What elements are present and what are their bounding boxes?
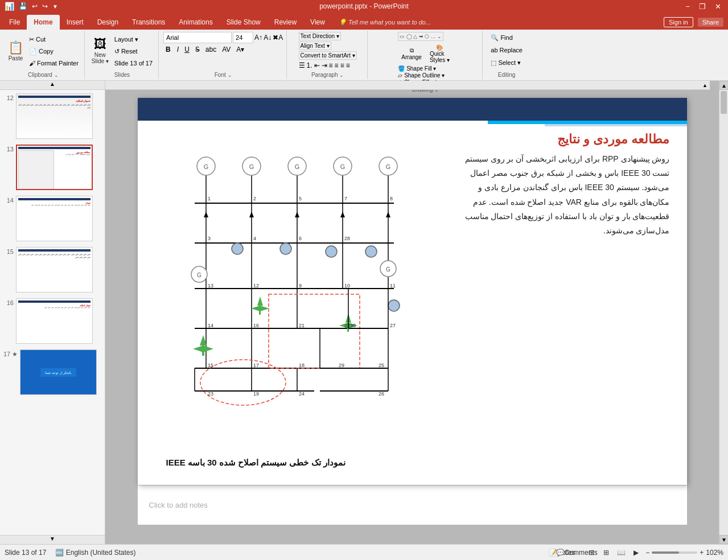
clear-format-button[interactable]: ✖A bbox=[273, 34, 283, 42]
new-slide-button[interactable]: 🖼 NewSlide ▾ bbox=[89, 37, 111, 65]
svg-marker-101 bbox=[295, 212, 299, 217]
scroll-thumb[interactable] bbox=[721, 91, 727, 114]
quick-access-menu[interactable]: ▼ bbox=[52, 3, 58, 10]
zoom-out-btn[interactable]: − bbox=[645, 549, 649, 557]
slide-img-15: متن متن متن متن متن متن متن متن متن متن … bbox=[16, 247, 93, 293]
align-right-button[interactable]: ≡ bbox=[340, 61, 344, 69]
font-color-button[interactable]: A▾ bbox=[235, 45, 246, 54]
convert-smartart-button[interactable]: Convert to SmartArt ▾ bbox=[299, 51, 357, 60]
indent-less-button[interactable]: ⇤ bbox=[314, 61, 320, 69]
tab-insert[interactable]: Insert bbox=[60, 15, 91, 30]
align-text-button[interactable]: Align Text ▾ bbox=[299, 42, 331, 50]
share-button[interactable]: Share bbox=[698, 18, 723, 27]
zoom-in-btn[interactable]: + bbox=[700, 549, 704, 557]
find-button[interactable]: 🔍 Find bbox=[488, 32, 515, 43]
font-name-selector[interactable]: Arial bbox=[163, 32, 232, 43]
bold-button[interactable]: B bbox=[163, 44, 173, 55]
notes-area[interactable]: Click to add notes bbox=[138, 485, 687, 525]
arrange-button[interactable]: ⧉ Arrange bbox=[398, 45, 425, 63]
tab-search[interactable]: 💡 Tell me what you want to do... bbox=[332, 15, 438, 30]
slide-thumb-17[interactable]: 17 ★ باشکر از توجه شما bbox=[2, 348, 102, 396]
slide-show-btn[interactable]: ▶ bbox=[631, 547, 641, 558]
cut-button[interactable]: ✂ Cut bbox=[27, 34, 81, 45]
font-size-selector[interactable]: 24 bbox=[233, 32, 253, 43]
slide-thumb-15[interactable]: 15 متن متن متن متن متن متن متن متن متن م… bbox=[2, 246, 102, 294]
italic-button[interactable]: I bbox=[175, 45, 180, 54]
main-layout: ▲ 12 عنوان اسلاید متن متن متن متن متن مت… bbox=[0, 81, 728, 544]
comments-toggle[interactable]: 💬 Comments bbox=[571, 547, 582, 558]
main-slide[interactable]: مطالعه موردی و نتایج روش پیشنهادی RPP بر… bbox=[138, 98, 687, 485]
underline-button[interactable]: U bbox=[183, 45, 191, 54]
svg-text:1: 1 bbox=[208, 196, 211, 201]
tab-file[interactable]: File bbox=[2, 15, 27, 30]
shadow-button[interactable]: abc bbox=[204, 45, 218, 54]
close-button[interactable]: ✕ bbox=[713, 2, 723, 11]
panel-scroll-down[interactable]: ▼ bbox=[0, 535, 105, 544]
sign-in-button[interactable]: Sign in bbox=[664, 17, 693, 27]
svg-point-40 bbox=[280, 243, 291, 254]
text-direction-button[interactable]: Text Direction ▾ bbox=[299, 32, 341, 40]
scroll-up-btn[interactable]: ▲ bbox=[719, 81, 728, 90]
reset-button[interactable]: ↺ Reset bbox=[112, 46, 155, 57]
font-shrink-button[interactable]: A↓ bbox=[264, 34, 272, 42]
slide-thumb-13[interactable]: 13 مطالعه موردی روش پیشنهادی RPP برای ار… bbox=[2, 143, 102, 191]
replace-button[interactable]: ab Replace bbox=[488, 44, 525, 56]
justify-button[interactable]: ≡ bbox=[346, 61, 350, 69]
shape-outline-button[interactable]: ▱ Shape Outline ▾ bbox=[398, 72, 445, 79]
bullets-button[interactable]: ☰ bbox=[299, 61, 305, 69]
restore-button[interactable]: ❐ bbox=[697, 2, 708, 11]
tab-transitions[interactable]: Transitions bbox=[125, 15, 172, 30]
font-grow-button[interactable]: A↑ bbox=[254, 34, 262, 42]
slide-thumb-12[interactable]: 12 عنوان اسلاید متن متن متن متن متن متن … bbox=[2, 92, 102, 140]
svg-text:19: 19 bbox=[253, 391, 259, 397]
notes-placeholder: Click to add notes bbox=[149, 501, 208, 509]
slide-sorter-btn[interactable]: ⊞ bbox=[601, 547, 611, 558]
minimize-button[interactable]: − bbox=[683, 2, 692, 11]
tab-animations[interactable]: Animations bbox=[172, 15, 219, 30]
normal-view-btn[interactable]: ⊟ bbox=[586, 547, 597, 558]
layout-button[interactable]: Layout ▾ bbox=[112, 34, 155, 45]
slide-body: روش پیشنهادی RPP برای ارزیابی اثربخشی آن… bbox=[459, 152, 670, 238]
slide-thumb-14[interactable]: 14 عنوان متن متن متن متن متن متن متن متن… bbox=[2, 195, 102, 242]
svg-text:26: 26 bbox=[379, 391, 384, 397]
slide-count: Slide 13 of 17 bbox=[5, 549, 46, 557]
format-painter-button[interactable]: 🖌 Format Painter bbox=[27, 57, 81, 69]
slide-num-15: 15 bbox=[3, 247, 16, 255]
svg-text:24: 24 bbox=[299, 391, 305, 397]
tab-slideshow[interactable]: Slide Show bbox=[220, 15, 268, 30]
panel-scroll-up[interactable]: ▲ bbox=[0, 81, 105, 90]
vertical-scrollbar[interactable]: ▲ ▼ bbox=[719, 81, 728, 544]
svg-text:13: 13 bbox=[208, 283, 213, 289]
tab-design[interactable]: Design bbox=[91, 15, 125, 30]
svg-text:17: 17 bbox=[253, 363, 259, 368]
tab-view[interactable]: View bbox=[303, 15, 332, 30]
reading-view-btn[interactable]: 📖 bbox=[616, 547, 626, 558]
quick-access-redo[interactable]: ↪ bbox=[42, 2, 48, 10]
h-scroll-up[interactable]: ▲ bbox=[700, 83, 710, 88]
slide-title: مطالعه موردی و نتایج bbox=[557, 132, 669, 147]
section-button[interactable]: Slide 13 of 17 bbox=[112, 57, 155, 69]
paragraph-label: Paragraph ⌄ bbox=[311, 71, 344, 78]
quick-styles-button[interactable]: 🎨 QuickStyles ▾ bbox=[426, 43, 453, 64]
quick-access-save[interactable]: 💾 bbox=[19, 2, 27, 10]
ribbon-group-clipboard: 📋 Paste ✂ Cut 📄 Copy 🖌 Format Painter Cl… bbox=[2, 31, 85, 79]
align-left-button[interactable]: ≡ bbox=[329, 61, 333, 69]
tab-home[interactable]: Home bbox=[27, 15, 59, 30]
shape-fill-button[interactable]: 🪣 Shape Fill ▾ bbox=[398, 65, 445, 72]
scroll-down-btn[interactable]: ▼ bbox=[719, 535, 728, 544]
quick-access-undo[interactable]: ↩ bbox=[32, 2, 38, 10]
zoom-slider[interactable] bbox=[652, 551, 697, 554]
select-button[interactable]: ⬚ Select ▾ bbox=[488, 57, 523, 68]
strikethrough-button[interactable]: S̶ bbox=[194, 45, 201, 54]
numbering-button[interactable]: 1. bbox=[307, 61, 312, 69]
ribbon-group-drawing: ▭ ◯ △ ➡ ⬡ … ⌄ ⧉ Arrange 🎨 QuickStyles ▾ … bbox=[369, 31, 483, 79]
copy-button[interactable]: 📄 Copy bbox=[27, 46, 81, 57]
char-spacing-button[interactable]: AV bbox=[220, 45, 232, 54]
paste-button[interactable]: 📋 Paste bbox=[6, 38, 26, 65]
slide-thumb-16[interactable]: 16 عنوان اسلاید متن متن متن متن متن متن … bbox=[2, 297, 102, 345]
language-indicator: 🔤 English (United States) bbox=[55, 549, 135, 557]
indent-more-button[interactable]: ⇥ bbox=[322, 61, 327, 69]
ribbon-group-paragraph: Text Direction ▾ Align Text ▾ Convert to… bbox=[288, 31, 368, 79]
tab-review[interactable]: Review bbox=[268, 15, 303, 30]
align-center-button[interactable]: ≡ bbox=[335, 61, 339, 69]
